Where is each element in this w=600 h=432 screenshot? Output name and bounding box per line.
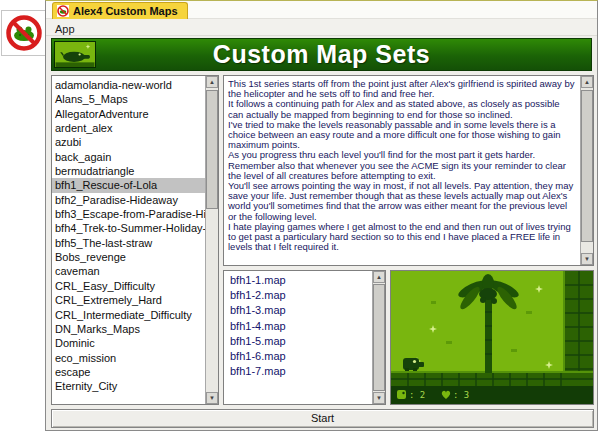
banner-thumbnail-image: [54, 41, 96, 68]
map-set-item[interactable]: caveman: [52, 264, 205, 278]
map-sets-list: adamolandia-new-worldAlans_5_MapsAllegat…: [52, 76, 205, 404]
window-tab[interactable]: Alex4 Custom Maps: [52, 2, 188, 19]
map-set-item[interactable]: Dominic: [52, 336, 205, 350]
scrollbar-thumb[interactable]: [581, 90, 593, 242]
map-set-item[interactable]: bfh5_The-last-straw: [52, 236, 205, 250]
hud-health-count: : 3: [453, 390, 469, 400]
alex-head-icon: [397, 390, 406, 399]
menu-app[interactable]: App: [46, 21, 84, 37]
scroll-down-button[interactable]: ▼: [373, 392, 385, 404]
scrollbar-thumb[interactable]: [206, 90, 218, 209]
hud-bar: : 2 : 3: [391, 386, 593, 404]
map-files-scrollbar[interactable]: ▲ ▼: [372, 271, 385, 404]
tile-wall: [563, 271, 593, 386]
alex4-custom-maps-window: Alex4 Custom Maps App Custom Map Sets ad…: [45, 0, 598, 431]
map-set-item[interactable]: bermudatriangle: [52, 164, 205, 178]
level-preview: : 2 : 3: [390, 270, 594, 405]
map-set-item[interactable]: escape: [52, 365, 205, 379]
hud-lives-count: : 2: [409, 390, 425, 400]
page-title: Custom Map Sets: [213, 40, 430, 69]
description-paragraph: This 1st series starts off from the poin…: [228, 79, 576, 99]
scroll-down-button[interactable]: ▼: [206, 392, 218, 404]
map-file-item[interactable]: bfh1-3.map: [224, 303, 372, 318]
description-box: This 1st series starts off from the poin…: [223, 75, 594, 266]
map-set-item[interactable]: CRL_Intermediate_Difficulty: [52, 308, 205, 322]
map-sets-listbox: adamolandia-new-worldAlans_5_MapsAllegat…: [51, 75, 219, 405]
map-set-item[interactable]: Eternity_City: [52, 379, 205, 393]
scrollbar-thumb[interactable]: [373, 284, 385, 391]
map-set-item[interactable]: azubi: [52, 135, 205, 149]
map-set-item[interactable]: bfh2_Paradise-Hideaway: [52, 193, 205, 207]
map-set-item[interactable]: Alans_5_Maps: [52, 92, 205, 106]
map-set-item[interactable]: adamolandia-new-world: [52, 78, 205, 92]
description-paragraph: You'll see arrows pointing the way in mo…: [228, 181, 576, 222]
window-title: Alex4 Custom Maps: [73, 5, 178, 17]
scroll-up-button[interactable]: ▲: [206, 76, 218, 88]
description-scrollbar[interactable]: ▲ ▼: [580, 76, 593, 265]
start-button[interactable]: Start: [51, 409, 594, 428]
description-paragraph: As you progress thru each level you'll f…: [228, 150, 576, 181]
map-set-item[interactable]: CRL_Extremely_Hard: [52, 293, 205, 307]
alex4-logo-icon: [4, 13, 44, 53]
window-tab-icon: [57, 5, 69, 17]
map-set-item[interactable]: ardent_alex: [52, 121, 205, 135]
preview-image: : 2 : 3: [391, 271, 593, 404]
description-paragraph: I hate playing games where I get almost …: [228, 222, 576, 253]
title-bar[interactable]: Alex4 Custom Maps: [46, 1, 597, 19]
map-set-item[interactable]: back_again: [52, 150, 205, 164]
header-banner: Custom Map Sets: [51, 38, 592, 71]
description-paragraph: It follows a continuing path for Alex an…: [228, 99, 576, 119]
description-paragraph: I've tried to make the levels reasonably…: [228, 120, 576, 151]
map-files-listbox: bfh1-1.mapbfh1-2.mapbfh1-3.mapbfh1-4.map…: [223, 270, 386, 405]
map-set-item[interactable]: DN_Marks_Maps: [52, 322, 205, 336]
map-sets-scrollbar[interactable]: ▲ ▼: [205, 76, 218, 404]
map-set-item[interactable]: CRL_Easy_Difficulty: [52, 279, 205, 293]
map-set-item[interactable]: AllegatorAdventure: [52, 107, 205, 121]
map-set-item[interactable]: bfh1_Rescue-of-Lola: [52, 178, 205, 192]
description-text: This 1st series starts off from the poin…: [224, 76, 580, 265]
scroll-down-button[interactable]: ▼: [581, 253, 593, 265]
map-file-item[interactable]: bfh1-5.map: [224, 334, 372, 349]
scroll-up-button[interactable]: ▲: [581, 76, 593, 88]
scroll-up-button[interactable]: ▲: [373, 271, 385, 283]
map-set-item[interactable]: bfh4_Trek-to-Summer-Holiday-camp: [52, 221, 205, 235]
map-file-item[interactable]: bfh1-1.map: [224, 273, 372, 288]
menu-bar: App: [46, 19, 597, 36]
alex4-desktop-icon[interactable]: [1, 10, 47, 56]
map-set-item[interactable]: eco_mission: [52, 351, 205, 365]
tile-ground: [391, 371, 593, 386]
map-file-item[interactable]: bfh1-4.map: [224, 319, 372, 334]
map-file-item[interactable]: bfh1-2.map: [224, 288, 372, 303]
map-set-item[interactable]: bfh3_Escape-from-Paradise-Hideaway: [52, 207, 205, 221]
map-file-item[interactable]: bfh1-6.map: [224, 349, 372, 364]
map-set-item[interactable]: Bobs_revenge: [52, 250, 205, 264]
map-files-list: bfh1-1.mapbfh1-2.mapbfh1-3.mapbfh1-4.map…: [224, 271, 372, 404]
map-file-item[interactable]: bfh1-7.map: [224, 364, 372, 379]
